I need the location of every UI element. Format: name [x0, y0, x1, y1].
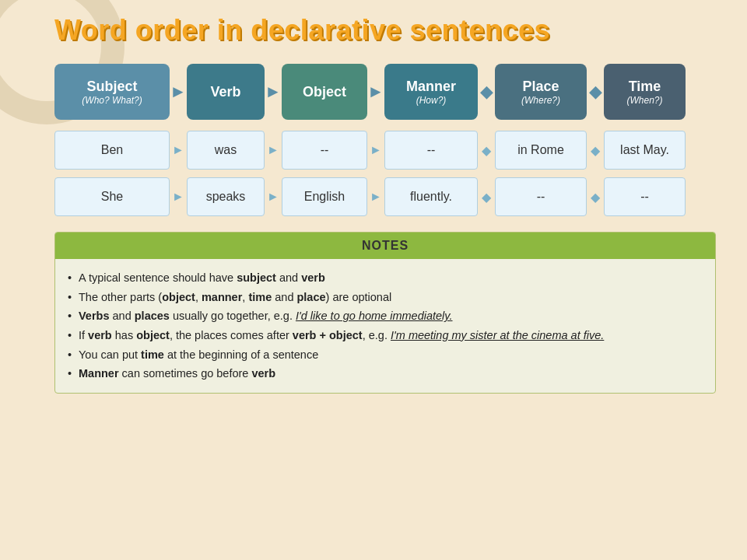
header-place-sublabel: (Where?)	[521, 95, 560, 106]
header-manner-sublabel: (How?)	[416, 95, 447, 106]
notes-header: NOTES	[55, 233, 715, 259]
row-arrow-1-2: ►	[265, 143, 282, 157]
header-subject-sublabel: (Who? What?)	[82, 95, 142, 106]
arrow-4: ◆	[478, 82, 495, 102]
header-subject-label: Subject	[86, 79, 137, 95]
row-arrow-2-5: ◆	[587, 190, 604, 205]
notes-body: A typical sentence should have subject a…	[55, 259, 715, 393]
row-arrow-2-3: ►	[367, 190, 384, 204]
header-time-label: Time	[629, 79, 661, 95]
arrow-1: ►	[170, 82, 187, 102]
data-row-1: Ben ► was ► -- ► -- ◆ in Rome ◆ last May…	[54, 131, 716, 170]
row-arrow-1-3: ►	[367, 143, 384, 157]
row-arrow-1-4: ◆	[478, 143, 495, 158]
notes-container: NOTES A typical sentence should have sub…	[54, 232, 716, 394]
data-row-2: She ► speaks ► English ► fluently. ◆ -- …	[54, 177, 716, 216]
cell-r1-time: last May.	[604, 131, 686, 170]
page-title: Word order in declarative sentences	[54, 14, 716, 47]
row-arrow-2-4: ◆	[478, 190, 495, 205]
note-item-4: If verb has object, the places comes aft…	[68, 326, 703, 345]
row-arrow-1-5: ◆	[587, 143, 604, 158]
header-place: Place (Where?)	[495, 64, 587, 120]
header-object: Object	[282, 64, 367, 120]
arrow-3: ►	[367, 82, 384, 102]
cell-r2-subject: She	[54, 177, 170, 216]
cell-r1-manner: --	[384, 131, 478, 170]
cell-r2-manner: fluently.	[384, 177, 478, 216]
note-item-1: A typical sentence should have subject a…	[68, 268, 703, 288]
main-container: Word order in declarative sentences Subj…	[0, 0, 747, 409]
header-row: Subject (Who? What?) ► Verb ► Object ► M…	[54, 64, 716, 120]
header-manner-label: Manner	[406, 79, 456, 95]
cell-r2-verb: speaks	[187, 177, 265, 216]
row-arrow-2-2: ►	[265, 190, 282, 204]
note-item-6: Manner can sometimes go before verb	[68, 364, 703, 383]
cell-r2-place: --	[495, 177, 587, 216]
arrow-2: ►	[265, 82, 282, 102]
row-arrow-1-1: ►	[170, 143, 187, 157]
note-item-3: Verbs and places usually go together, e.…	[68, 306, 703, 326]
header-verb: Verb	[187, 64, 265, 120]
row-arrow-2-1: ►	[170, 190, 187, 204]
arrow-5: ◆	[587, 82, 604, 102]
header-manner: Manner (How?)	[384, 64, 478, 120]
note-item-2: The other parts (object, manner, time an…	[68, 288, 703, 307]
header-subject: Subject (Who? What?)	[54, 64, 170, 120]
cell-r1-verb: was	[187, 131, 265, 170]
header-place-label: Place	[522, 79, 559, 95]
cell-r1-subject: Ben	[54, 131, 170, 170]
header-time: Time (When?)	[604, 64, 686, 120]
note-item-5: You can put time at the beginning of a s…	[68, 345, 703, 365]
cell-r1-place: in Rome	[495, 131, 587, 170]
cell-r2-object: English	[282, 177, 367, 216]
header-time-sublabel: (When?)	[626, 95, 662, 106]
header-verb-label: Verb	[210, 84, 240, 100]
cell-r1-object: --	[282, 131, 367, 170]
cell-r2-time: --	[604, 177, 686, 216]
header-object-label: Object	[303, 84, 346, 100]
